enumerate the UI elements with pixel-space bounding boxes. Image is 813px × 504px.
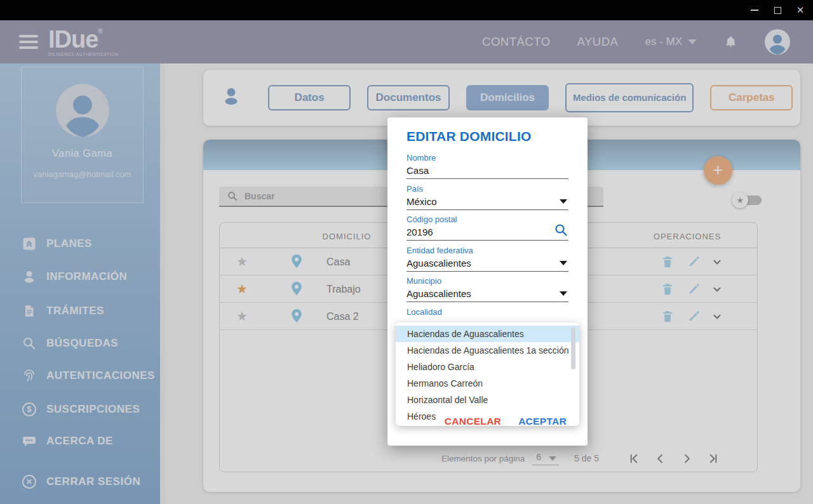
- localidad-option[interactable]: Heliadoro García: [396, 359, 579, 375]
- chevron-down-icon[interactable]: [560, 291, 567, 296]
- accept-button[interactable]: ACEPTAR: [518, 416, 567, 427]
- field-pais: País México: [406, 184, 568, 210]
- postal-search-icon[interactable]: [553, 222, 568, 237]
- codigo-postal-input[interactable]: 20196: [406, 227, 433, 237]
- pais-select[interactable]: México: [406, 196, 437, 207]
- localidad-option[interactable]: Hermanos Carreón: [396, 375, 579, 392]
- app-window: ✕ IDue ® DILIGENCE AUTHENTICATION CONTÁC…: [0, 0, 813, 504]
- field-codigo-postal: Código postal 20196: [406, 215, 568, 241]
- localidad-option[interactable]: Horizaontal del Valle: [396, 392, 579, 408]
- field-label: País: [406, 184, 568, 194]
- localidad-option[interactable]: Haciendas de Aguascalientes 1a sección: [396, 342, 579, 359]
- field-nombre: Nombre Casa: [406, 153, 568, 179]
- field-label: Nombre: [406, 153, 568, 162]
- field-label: Localidad: [406, 307, 568, 317]
- chevron-down-icon[interactable]: [560, 261, 567, 265]
- entidad-select[interactable]: Aguascalientes: [406, 258, 471, 269]
- cancel-button[interactable]: CANCELAR: [445, 416, 501, 427]
- localidad-option[interactable]: Haciendas de Aguascalientes: [396, 326, 579, 342]
- chevron-down-icon[interactable]: [560, 199, 567, 204]
- nombre-input[interactable]: Casa: [406, 165, 429, 176]
- modal-actions: CANCELAR ACEPTAR: [445, 416, 567, 427]
- modal-title: EDITAR DOMICILIO: [406, 129, 531, 144]
- field-entidad-federativa: Entidad federativa Aguascalientes: [406, 246, 568, 272]
- dropdown-scrollbar[interactable]: [571, 328, 575, 369]
- field-municipio: Municipio Aguascalientes: [406, 276, 568, 302]
- field-label: Entidad federativa: [406, 246, 568, 255]
- municipio-select[interactable]: Aguascalientes: [406, 288, 471, 299]
- field-label: Código postal: [406, 215, 568, 224]
- editar-domicilio-modal: EDITAR DOMICILIO Nombre Casa País México…: [387, 117, 588, 446]
- localidad-dropdown: Haciendas de Aguascalientes Haciendas de…: [396, 322, 579, 426]
- field-label: Municipio: [406, 276, 568, 286]
